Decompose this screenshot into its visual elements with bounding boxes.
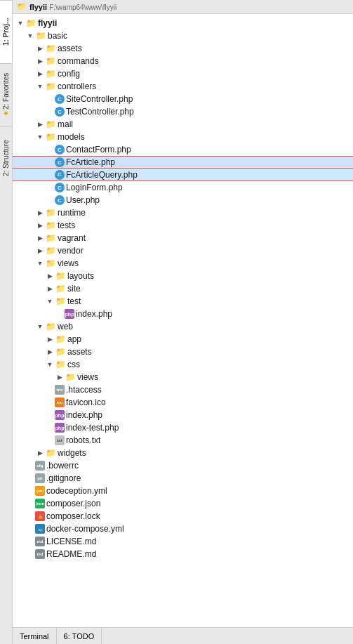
file-tree[interactable]: flyyii basic assets commands bbox=[13, 14, 353, 627]
label-web-assets: assets bbox=[67, 347, 92, 357]
ico-icon-favicon: ico bbox=[55, 397, 65, 407]
tab-favorites[interactable]: ★ 2: Favorites bbox=[0, 63, 12, 126]
php-c-icon-test: C bbox=[55, 107, 65, 117]
label-index-php: index.php bbox=[66, 410, 102, 420]
label-index-test: index.php bbox=[76, 309, 112, 319]
tree-item-web-assets[interactable]: assets bbox=[13, 346, 353, 358]
php-c-icon-user: C bbox=[55, 195, 65, 205]
folder-icon-basic bbox=[35, 31, 46, 41]
php-c-icon-login: C bbox=[55, 183, 65, 192]
arrow-runtime bbox=[35, 209, 45, 216]
folder-icon-controllers bbox=[45, 81, 56, 91]
tree-item-vendor[interactable]: vendor bbox=[13, 244, 353, 257]
label-robots: robots.txt bbox=[66, 435, 100, 445]
folder-icon-layouts bbox=[55, 271, 66, 281]
tree-item-favicon[interactable]: ico favicon.ico bbox=[13, 396, 353, 409]
tree-item-views[interactable]: views bbox=[13, 257, 353, 270]
tree-item-index-test[interactable]: php index.php bbox=[13, 308, 353, 320]
tree-item-models[interactable]: models bbox=[13, 131, 353, 143]
tree-item-user[interactable]: C User.php bbox=[13, 194, 353, 206]
tree-item-tests[interactable]: tests bbox=[13, 219, 353, 232]
label-web: web bbox=[58, 322, 73, 331]
label-fcarticlequery: FcArticleQuery.php bbox=[66, 170, 138, 180]
md-icon-readme: md bbox=[35, 549, 45, 559]
tree-item-test-folder[interactable]: test bbox=[13, 295, 353, 308]
arrow-site bbox=[45, 285, 55, 292]
tree-item-gitignore[interactable]: git .gitignore bbox=[13, 472, 353, 485]
tree-item-composer-json[interactable]: json composer.json bbox=[13, 497, 353, 510]
label-composer-lock: composer.lock bbox=[46, 511, 100, 521]
tree-item-vagrant[interactable]: vagrant bbox=[13, 232, 353, 244]
label-gitignore: .gitignore bbox=[46, 473, 81, 483]
arrow-models bbox=[35, 133, 45, 140]
label-mail: mail bbox=[58, 119, 73, 129]
tree-item-css-views[interactable]: views bbox=[13, 371, 353, 383]
tree-item-license[interactable]: md LICENSE.md bbox=[13, 535, 353, 548]
folder-icon-widgets bbox=[45, 448, 56, 458]
tree-item-fcarticle[interactable]: C FcArticle.php bbox=[13, 156, 353, 169]
folder-icon-test-folder bbox=[55, 296, 66, 306]
tree-item-readme[interactable]: md README.md bbox=[13, 548, 353, 560]
label-vagrant: vagrant bbox=[58, 233, 86, 243]
tree-item-site[interactable]: site bbox=[13, 282, 353, 295]
tree-item-robots[interactable]: txt robots.txt bbox=[13, 434, 353, 447]
label-testcontroller: TestController.php bbox=[66, 107, 134, 117]
tree-item-bowerrc[interactable]: cfg .bowerrc bbox=[13, 459, 353, 472]
arrow-mail bbox=[35, 121, 45, 128]
tree-item-contactform[interactable]: C ContactForm.php bbox=[13, 143, 353, 156]
label-config: config bbox=[58, 69, 80, 79]
arrow-basic bbox=[25, 32, 35, 39]
folder-icon-tests bbox=[45, 221, 56, 230]
tree-item-mail[interactable]: mail bbox=[13, 118, 353, 131]
tab-todo[interactable]: 6: TODO bbox=[57, 628, 102, 644]
label-controllers: controllers bbox=[58, 81, 96, 91]
tab-structure[interactable]: 2: Structure bbox=[0, 126, 12, 190]
folder-icon-assets bbox=[45, 44, 56, 53]
folder-icon-css bbox=[55, 360, 66, 369]
arrow-css-views bbox=[55, 374, 65, 381]
tab-projects-label: 1: Proj... bbox=[2, 18, 10, 46]
tree-item-widgets[interactable]: widgets bbox=[13, 447, 353, 459]
arrow-views bbox=[35, 260, 45, 267]
tree-item-testcontroller[interactable]: C TestController.php bbox=[13, 105, 353, 118]
php-c-icon-contact: C bbox=[55, 145, 65, 155]
label-loginform: LoginForm.php bbox=[66, 183, 123, 192]
tree-item-index-test-php[interactable]: php index-test.php bbox=[13, 421, 353, 434]
tree-item-basic[interactable]: basic bbox=[13, 29, 353, 42]
tree-item-assets[interactable]: assets bbox=[13, 42, 353, 55]
php-icon-index: php bbox=[55, 410, 65, 420]
tree-item-controllers[interactable]: controllers bbox=[13, 80, 353, 93]
label-app: app bbox=[67, 334, 81, 344]
label-basic: basic bbox=[48, 31, 67, 41]
label-sitecontroller: SiteController.php bbox=[66, 94, 133, 104]
tree-item-composer-lock[interactable]: 🔒 composer.lock bbox=[13, 510, 353, 523]
dot-icon-htaccess: htc bbox=[55, 385, 65, 395]
tree-item-codeception[interactable]: yml codeception.yml bbox=[13, 485, 353, 497]
label-index-test-php: index-test.php bbox=[66, 423, 119, 433]
tree-item-loginform[interactable]: C LoginForm.php bbox=[13, 181, 353, 194]
tree-item-config[interactable]: config bbox=[13, 67, 353, 80]
folder-icon-mail bbox=[45, 119, 56, 129]
tree-item-commands[interactable]: commands bbox=[13, 55, 353, 67]
tab-terminal[interactable]: Terminal bbox=[13, 628, 57, 644]
tab-projects[interactable]: 1: Proj... bbox=[0, 0, 12, 63]
arrow-app bbox=[45, 336, 55, 343]
arrow-assets bbox=[35, 45, 45, 52]
tree-item-app[interactable]: app bbox=[13, 333, 353, 346]
tree-item-htaccess[interactable]: htc .htaccess bbox=[13, 383, 353, 396]
tree-item-fcarticlequery[interactable]: C FcArticleQuery.php bbox=[13, 169, 353, 181]
label-test-folder: test bbox=[67, 296, 81, 306]
arrow-root bbox=[15, 20, 25, 27]
tree-item-sitecontroller[interactable]: C SiteController.php bbox=[13, 93, 353, 105]
arrow-vagrant bbox=[35, 235, 45, 242]
tree-item-web[interactable]: web bbox=[13, 320, 353, 333]
tree-item-docker[interactable]: 🐳 docker-compose.yml bbox=[13, 523, 353, 535]
tree-item-css[interactable]: css bbox=[13, 358, 353, 371]
folder-icon-models bbox=[45, 132, 56, 142]
tree-root[interactable]: flyyii bbox=[13, 17, 353, 29]
tree-item-layouts[interactable]: layouts bbox=[13, 270, 353, 282]
lock-icon-composer: 🔒 bbox=[35, 511, 45, 521]
label-site: site bbox=[67, 284, 81, 294]
tree-item-index-php[interactable]: php index.php bbox=[13, 409, 353, 421]
tree-item-runtime[interactable]: runtime bbox=[13, 206, 353, 219]
